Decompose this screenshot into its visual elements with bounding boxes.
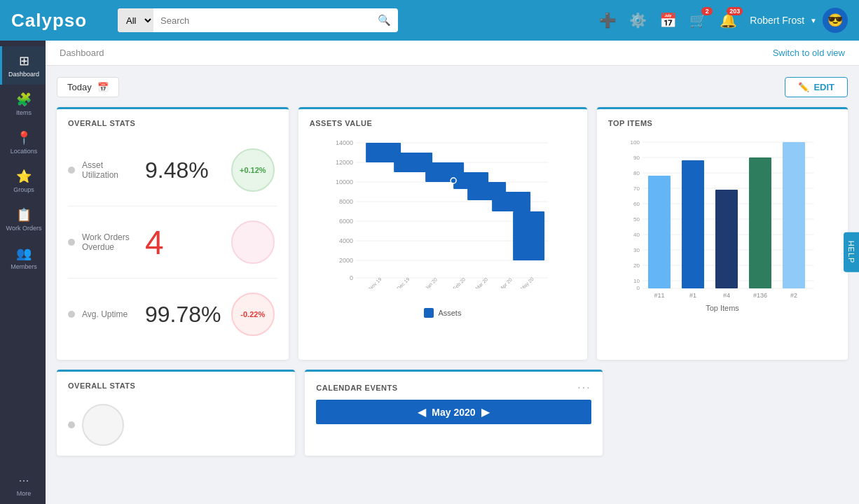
svg-text:60: 60 — [633, 201, 640, 207]
date-picker-button[interactable]: Today 📅 — [57, 77, 119, 97]
gear-icon: ⚙️ — [629, 12, 647, 29]
notification-badge: 203 — [727, 7, 743, 15]
svg-text:40: 40 — [633, 232, 640, 238]
svg-text:20: 20 — [633, 262, 640, 269]
calendar-more-button[interactable]: ··· — [577, 382, 591, 394]
sidebar-label-workorders: Work Orders — [6, 225, 42, 232]
svg-text:12000: 12000 — [336, 159, 353, 166]
stat-row-uptime: Avg. Uptime 99.78% -0.22% — [68, 279, 277, 350]
calendar-next-button[interactable]: ▶ — [481, 405, 490, 419]
sidebar-item-members[interactable]: 👥 Members — [0, 239, 46, 277]
sidebar-item-groups[interactable]: ⭐ Groups — [0, 162, 46, 200]
overall-stats-2-title: OVERALL STATS — [68, 382, 284, 390]
search-filter-select[interactable]: All — [118, 8, 153, 32]
calendar-month-header: ◀ May 2020 ▶ — [316, 400, 591, 424]
dashboard-icon: ⊞ — [19, 53, 29, 69]
svg-text:0: 0 — [637, 285, 640, 291]
stat-badge-utilization: +0.12% — [228, 146, 277, 195]
sidebar-label-groups: Groups — [13, 186, 34, 193]
help-tab[interactable]: HELP — [844, 232, 859, 272]
edit-button[interactable]: ✏️ EDIT — [785, 77, 848, 97]
legend-label: Assets — [438, 309, 461, 317]
svg-rect-54 — [682, 160, 704, 288]
search-button[interactable]: 🔍 — [371, 14, 398, 27]
legend-box — [424, 308, 434, 318]
svg-text:10000: 10000 — [336, 178, 353, 186]
svg-text:04 Apr 20: 04 Apr 20 — [495, 277, 514, 288]
stat-indicator-utilization — [68, 167, 75, 174]
stat-value-overdue: 4 — [145, 223, 228, 262]
breadcrumb-bar: Dashboard Switch to old view — [46, 41, 859, 66]
svg-point-20 — [451, 178, 456, 183]
calendar-events-title: CALENDAR EVENTS — [316, 384, 397, 392]
sidebar-item-items[interactable]: 🧩 Items — [0, 85, 46, 123]
assets-value-chart: 14000 12000 10000 8000 6000 4000 2000 0 — [310, 134, 576, 302]
dashboard-body: Today 📅 ✏️ EDIT OVERALL STATS Asse — [46, 66, 859, 477]
locations-icon: 📍 — [16, 130, 32, 146]
calendar-month-label: May 2020 — [432, 407, 475, 418]
svg-text:90: 90 — [633, 155, 640, 161]
overdue-badge — [231, 220, 275, 264]
calendar-events-header-row: CALENDAR EVENTS ··· — [316, 382, 591, 394]
user-avatar: 😎 — [823, 8, 848, 33]
svg-rect-23 — [513, 211, 544, 260]
stat-label-uptime: Avg. Uptime — [82, 309, 145, 319]
top-items-title: TOP ITEMS — [608, 119, 837, 127]
overall-stats-title: OVERALL STATS — [68, 119, 277, 127]
stat-value-utilization: 9.48% — [145, 158, 228, 183]
top-navigation: Calypso All 🔍 ➕ ⚙️ 📅 🛒 2 🔔 203 Robert Fr… — [0, 0, 859, 41]
main-content: Dashboard Switch to old view Today 📅 ✏️ … — [46, 41, 859, 504]
svg-text:#2: #2 — [790, 292, 797, 299]
assets-value-widget: ASSETS VALUE 14000 12000 10000 8000 6000… — [298, 107, 587, 360]
notification-button[interactable]: 🔔 203 — [720, 12, 737, 29]
user-menu[interactable]: Robert Frost ▼ 😎 — [750, 8, 848, 33]
sidebar-item-dashboard[interactable]: ⊞ Dashboard — [0, 46, 46, 85]
items-icon: 🧩 — [16, 92, 32, 107]
utilization-badge: +0.12% — [231, 148, 275, 192]
sidebar-item-locations[interactable]: 📍 Locations — [0, 123, 46, 162]
sidebar: ⊞ Dashboard 🧩 Items 📍 Locations ⭐ Groups… — [0, 41, 46, 504]
svg-text:2000: 2000 — [339, 257, 353, 264]
switch-view-link[interactable]: Switch to old view — [773, 48, 845, 58]
search-input[interactable] — [153, 8, 371, 32]
dropdown-icon: ▼ — [810, 17, 817, 24]
date-label: Today — [67, 82, 92, 92]
stat-label-utilization: AssetUtilization — [82, 160, 145, 180]
calendar-prev-button[interactable]: ◀ — [418, 405, 426, 419]
groups-icon: ⭐ — [16, 169, 32, 184]
second-widget-row: OVERALL STATS CALENDAR EVENTS ··· ◀ May … — [57, 370, 848, 456]
svg-text:10: 10 — [633, 278, 640, 284]
svg-text:80: 80 — [633, 170, 640, 176]
stat-badge-overdue — [228, 218, 277, 267]
svg-text:#11: #11 — [654, 292, 665, 299]
overall-stats-widget: OVERALL STATS AssetUtilization 9.48% +0.… — [57, 107, 289, 360]
svg-rect-55 — [715, 190, 738, 288]
top-widget-row: OVERALL STATS AssetUtilization 9.48% +0.… — [57, 107, 848, 360]
search-bar: All 🔍 — [118, 8, 398, 32]
sidebar-label-locations: Locations — [11, 148, 38, 155]
calendar-picker-icon: 📅 — [97, 82, 109, 92]
svg-text:09 Feb 20: 09 Feb 20 — [447, 276, 466, 288]
sidebar-label-items: Items — [16, 109, 32, 116]
chart-legend: Assets — [310, 308, 576, 318]
svg-text:70: 70 — [633, 186, 640, 192]
svg-rect-53 — [648, 176, 671, 288]
add-button[interactable]: ➕ — [599, 12, 617, 29]
sidebar-label-more: More — [17, 490, 32, 497]
sidebar-item-more[interactable]: ··· More — [0, 466, 46, 504]
calendar-icon: 📅 — [659, 12, 677, 29]
svg-rect-57 — [783, 142, 805, 288]
calendar-button[interactable]: 📅 — [659, 12, 677, 29]
stat-indicator-uptime — [68, 311, 75, 318]
main-layout: ⊞ Dashboard 🧩 Items 📍 Locations ⭐ Groups… — [0, 41, 859, 504]
cart-button[interactable]: 🛒 2 — [689, 12, 707, 29]
uptime-badge: -0.22% — [231, 293, 275, 336]
svg-text:11 Jan 20: 11 Jan 20 — [419, 276, 438, 288]
breadcrumb: Dashboard — [60, 48, 104, 58]
sidebar-item-workorders[interactable]: 📋 Work Orders — [0, 200, 46, 239]
top-items-widget: TOP ITEMS 100 90 80 70 60 50 40 30 — [597, 107, 848, 360]
toolbar-row: Today 📅 ✏️ EDIT — [57, 77, 848, 97]
top-items-chart-label: Top Items — [608, 304, 837, 312]
settings-button[interactable]: ⚙️ — [629, 12, 647, 29]
assets-value-title: ASSETS VALUE — [310, 119, 576, 127]
